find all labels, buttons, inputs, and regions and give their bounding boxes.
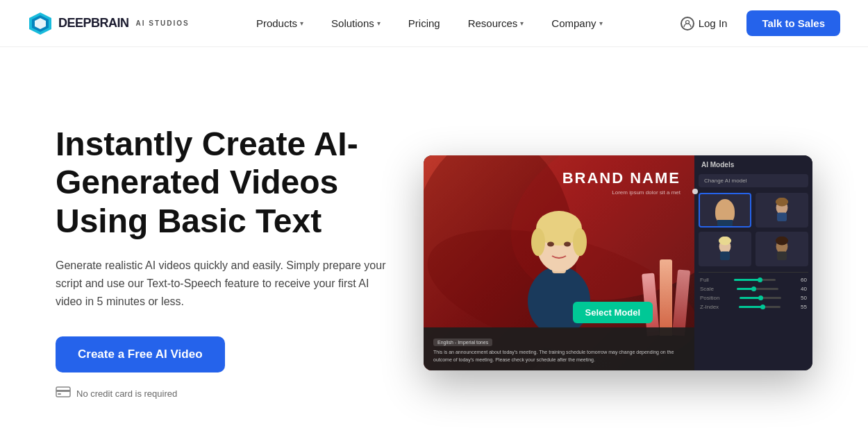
prop-zindex: Z-Index 55 xyxy=(699,304,808,310)
hero-description: Generate realistic AI videos quickly and… xyxy=(56,257,389,311)
nav-company[interactable]: Company ▾ xyxy=(540,12,613,35)
product-lipsticks xyxy=(644,259,687,336)
product-screenshot: BRAND NAME Lorem ipsum dolor sit a met xyxy=(424,155,812,370)
panel-properties: Full 60 Scale 40 xyxy=(699,277,808,310)
panel-title: AI Models xyxy=(699,161,808,169)
avatar-option-3[interactable] xyxy=(699,232,751,266)
svg-rect-23 xyxy=(720,252,730,261)
zindex-slider[interactable] xyxy=(739,306,781,308)
position-slider[interactable] xyxy=(740,297,781,299)
brand-name-text: BRAND NAME xyxy=(562,169,681,187)
svg-point-16 xyxy=(547,242,554,247)
logo-brand-text: DEEPBRAIN xyxy=(58,16,129,31)
svg-rect-6 xyxy=(58,393,61,395)
avatar-grid xyxy=(699,193,808,266)
create-free-video-button[interactable]: Create a Free AI Video xyxy=(56,336,225,372)
avatar-option-2[interactable] xyxy=(756,193,808,228)
svg-rect-5 xyxy=(56,390,70,392)
script-text: This is an announcement about today's me… xyxy=(433,349,685,363)
hero-mockup: BRAND NAME Lorem ipsum dolor sit a met xyxy=(424,155,812,370)
scale-slider[interactable] xyxy=(737,288,778,290)
prop-full: Full 60 xyxy=(699,277,808,283)
products-chevron-icon: ▾ xyxy=(300,19,303,27)
nav-solutions[interactable]: Solutions ▾ xyxy=(320,12,392,35)
login-button[interactable]: Log In xyxy=(669,11,739,36)
nav-right: Log In Talk to Sales xyxy=(669,10,840,36)
panel-divider xyxy=(699,272,808,273)
avatar-option-4[interactable] xyxy=(756,232,808,266)
ai-models-panel: AI Models Change AI model xyxy=(694,155,812,370)
logo-sub-text: AI STUDIOS xyxy=(136,19,190,27)
prop-scale: Scale 40 xyxy=(699,286,808,292)
script-bar: English - Imperial tones This is an anno… xyxy=(424,327,694,370)
nav-resources[interactable]: Resources ▾ xyxy=(457,12,535,35)
change-ai-model-button[interactable]: Change AI model xyxy=(699,174,808,187)
nav-links: Products ▾ Solutions ▾ Pricing Resources… xyxy=(245,12,614,35)
credit-card-icon xyxy=(56,386,71,401)
svg-point-25 xyxy=(776,237,788,245)
nav-pricing[interactable]: Pricing xyxy=(397,12,451,35)
logo[interactable]: DEEPBRAIN AI STUDIOS xyxy=(28,11,190,36)
prop-position: Position 50 xyxy=(699,295,808,301)
user-icon xyxy=(681,17,694,31)
svg-point-19 xyxy=(776,198,788,206)
language-badge: English - Imperial tones xyxy=(433,339,492,346)
svg-point-22 xyxy=(719,237,731,245)
talk-to-sales-button[interactable]: Talk to Sales xyxy=(746,10,840,36)
svg-rect-20 xyxy=(777,213,787,222)
company-chevron-icon: ▾ xyxy=(599,19,603,27)
nav-products[interactable]: Products ▾ xyxy=(245,12,315,35)
svg-rect-26 xyxy=(777,252,787,261)
hero-title: Instantly Create AI-Generated Videos Usi… xyxy=(56,125,417,240)
select-model-button[interactable]: Select Model xyxy=(573,302,653,323)
video-preview-area: BRAND NAME Lorem ipsum dolor sit a met xyxy=(424,155,694,370)
svg-point-14 xyxy=(531,228,545,256)
resources-chevron-icon: ▾ xyxy=(520,19,524,27)
no-credit-card-notice: No credit card is required xyxy=(56,386,417,401)
avatar-option-1[interactable] xyxy=(699,193,751,228)
solutions-chevron-icon: ▾ xyxy=(377,19,381,27)
svg-point-15 xyxy=(573,228,587,256)
logo-icon xyxy=(28,11,53,36)
hero-section: Instantly Create AI-Generated Videos Usi… xyxy=(0,47,868,437)
svg-point-17 xyxy=(564,242,571,247)
navbar: DEEPBRAIN AI STUDIOS Products ▾ Solution… xyxy=(0,0,868,47)
hero-content: Instantly Create AI-Generated Videos Usi… xyxy=(56,125,417,401)
full-slider[interactable] xyxy=(734,279,776,281)
